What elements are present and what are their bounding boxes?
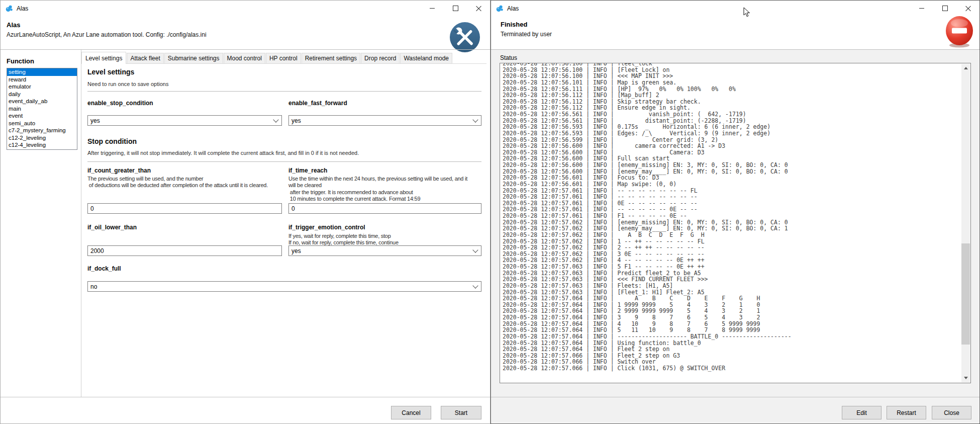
sidebar-divider <box>81 50 81 397</box>
if-dock-full-dropdown[interactable]: no <box>87 281 481 292</box>
mouse-cursor <box>743 7 750 20</box>
maximize-button[interactable] <box>444 1 467 16</box>
restart-button[interactable]: Restart <box>887 406 926 419</box>
field-description-line: after the trigger. It is recommended to … <box>288 189 481 196</box>
enable-fast-forward-value: yes <box>291 117 301 124</box>
function-list-item[interactable]: event_daily_ab <box>7 98 77 105</box>
log-line: 2020-05-28 12:07:57.063 | INFO | <<< FIN… <box>503 276 970 283</box>
start-button[interactable]: Start <box>441 406 481 419</box>
close-window-button[interactable]: Close <box>932 406 971 419</box>
log-output[interactable]: 2020-05-28 12:07:56.100 | INFO | fleet_l… <box>500 63 971 383</box>
if-time-reach-input[interactable] <box>288 203 481 214</box>
header-divider <box>1 49 490 50</box>
function-list-item[interactable]: setting <box>7 68 77 76</box>
tab[interactable]: Level settings <box>81 52 126 64</box>
chevron-down-icon <box>273 117 278 122</box>
function-list-item[interactable]: event <box>7 112 77 120</box>
if-count-greater-than-desc: The previous setting will be used, and t… <box>87 176 282 189</box>
form-divider <box>87 91 481 92</box>
minimize-button[interactable] <box>421 1 444 16</box>
chevron-down-icon <box>472 283 478 288</box>
if-count-greater-than-label: if_count_greater_than <box>87 167 282 174</box>
if-oil-lower-than-input[interactable] <box>87 245 282 256</box>
if-trigger-emotion-control-dropdown[interactable]: yes <box>288 245 481 256</box>
tab[interactable]: Retirement settings <box>302 53 360 63</box>
section-title-level-settings: Level settings <box>87 68 134 76</box>
function-list-item[interactable]: c7-2_mystery_farming <box>7 127 77 134</box>
titlebar[interactable]: Alas <box>1 1 490 17</box>
if-trigger-emotion-control-value: yes <box>291 247 301 255</box>
tab[interactable]: Drop record <box>361 53 400 63</box>
tab-strip: Level settingsAttack fleetSubmarine sett… <box>81 51 486 64</box>
if-time-reach-desc: Use the time within the next 24 hours, t… <box>288 176 481 203</box>
log-line: 2020-05-28 12:07:57.061 | INFO | -- -- -… <box>503 194 970 200</box>
titlebar[interactable]: Alas <box>491 1 979 17</box>
field-description-line: Use the time within the next 24 hours, t… <box>288 176 481 182</box>
if-trigger-emotion-control-desc: If yes, wait for reply, complete this ti… <box>288 233 481 246</box>
log-line: 2020-05-28 12:07:56.100 | INFO | <<< MAP… <box>503 73 970 79</box>
log-line: 2020-05-28 12:07:57.064 | INFO | A B C D… <box>503 295 970 302</box>
field-description-line: If yes, wait for reply, complete this ti… <box>288 233 481 239</box>
enable-stop-condition-dropdown[interactable]: yes <box>87 115 282 126</box>
section-desc-level-settings: Need to run once to save options <box>87 81 168 87</box>
edit-button[interactable]: Edit <box>842 406 881 419</box>
page-subtitle: AzurLaneAutoScript, An Azur Lane automat… <box>7 31 207 38</box>
scroll-down-button[interactable] <box>961 374 970 382</box>
log-line: 2020-05-28 12:07:57.063 | INFO | 5 F1 --… <box>503 264 970 270</box>
maximize-button[interactable] <box>933 1 956 16</box>
function-list-item[interactable]: semi_auto <box>7 120 77 127</box>
log-scrollbar[interactable] <box>961 64 970 382</box>
enable-stop-condition-value: yes <box>90 117 100 124</box>
function-list-item[interactable]: c12-2_leveling <box>7 134 77 142</box>
tab[interactable]: Mood control <box>224 53 265 63</box>
log-line: 2020-05-28 12:07:56.561 | INFO | vanish_… <box>503 111 970 118</box>
enable-fast-forward-dropdown[interactable]: yes <box>288 115 481 126</box>
scrollbar-thumb[interactable] <box>961 243 970 345</box>
run-header: Finished Terminated by user <box>501 21 552 38</box>
log-line: 2020-05-28 12:07:56.593 | INFO | Edges: … <box>503 130 970 137</box>
run-status-subtitle: Terminated by user <box>501 31 552 38</box>
chevron-down-icon <box>472 117 478 122</box>
log-line: 2020-05-28 12:07:56.112 | INFO | [Map_bu… <box>503 92 970 99</box>
arrow-up-icon <box>964 67 968 69</box>
field-description-line: of deductions will be deducted after com… <box>87 182 282 189</box>
page-title: Alas <box>7 21 207 29</box>
footer-divider <box>491 397 979 397</box>
tab[interactable]: Attack fleet <box>127 53 163 63</box>
close-button[interactable] <box>467 1 490 16</box>
function-list-item[interactable]: reward <box>7 76 77 83</box>
if-trigger-emotion-control-label: if_trigger_emotion_control <box>288 224 481 231</box>
tab[interactable]: Wasteland mode <box>400 53 452 63</box>
arrow-down-icon <box>964 377 968 379</box>
log-line: 2020-05-28 12:07:57.064 | INFO | 3 9 8 7… <box>503 314 970 321</box>
minimize-button[interactable] <box>910 1 933 16</box>
tab[interactable]: HP control <box>266 53 301 63</box>
config-header: Alas AzurLaneAutoScript, An Azur Lane au… <box>7 21 207 38</box>
tab[interactable]: Submarine settings <box>164 53 223 63</box>
log-line: 2020-05-28 12:07:57.062 | INFO | [enemy_… <box>503 225 970 232</box>
function-list[interactable]: settingrewardemulatordailyevent_daily_ab… <box>7 68 77 150</box>
function-list-item[interactable]: emulator <box>7 83 77 91</box>
if-time-reach-label: if_time_reach <box>288 167 481 174</box>
minimize-icon <box>430 8 435 9</box>
field-description-line: will be cleared <box>288 182 481 189</box>
cancel-button[interactable]: Cancel <box>391 406 431 419</box>
log-lines: 2020-05-28 12:07:56.100 | INFO | fleet_l… <box>500 63 970 372</box>
log-line: 2020-05-28 12:07:56.593 | INFO | 0.175s … <box>503 124 970 130</box>
status-panel: Status 2020-05-28 12:07:56.100 | INFO | … <box>492 50 979 423</box>
field-description-line: 10 minutes to complete the current attac… <box>288 196 481 202</box>
close-button[interactable] <box>956 1 979 16</box>
scroll-up-button[interactable] <box>961 64 970 72</box>
run-status-title: Finished <box>501 21 552 28</box>
form-divider <box>87 161 481 162</box>
if-count-greater-than-input[interactable] <box>87 203 282 214</box>
maximize-icon <box>453 6 458 11</box>
caption-buttons <box>421 1 490 16</box>
log-line: 2020-05-28 12:07:57.061 | INFO | F1 -- -… <box>503 213 970 219</box>
function-list-item[interactable]: main <box>7 105 77 113</box>
function-list-item[interactable]: c12-4_leveling <box>7 141 77 149</box>
status-group-label: Status <box>500 54 517 61</box>
function-list-item[interactable]: daily <box>7 91 77 98</box>
minimize-icon <box>919 8 924 9</box>
stopped-badge-icon <box>945 15 974 50</box>
